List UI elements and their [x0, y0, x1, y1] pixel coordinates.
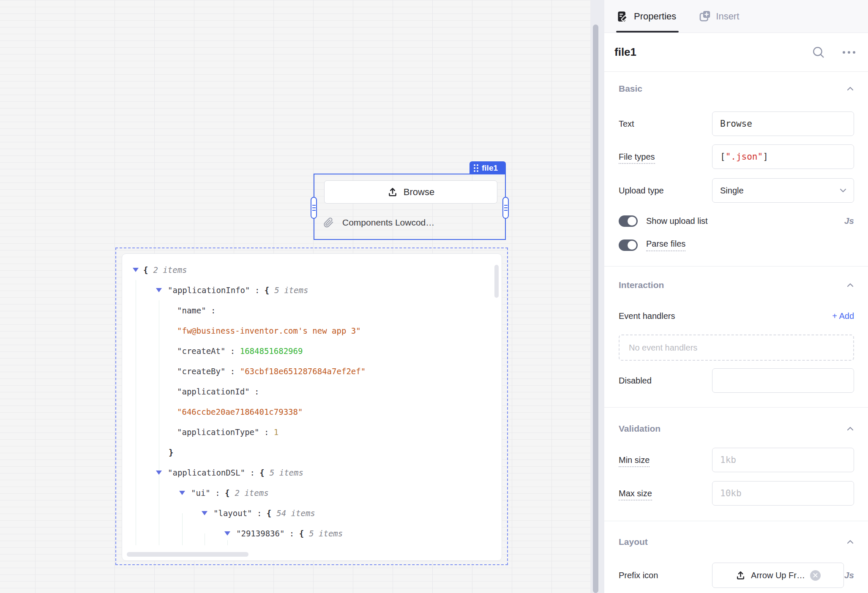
- uploaded-file-item[interactable]: Components Lowcod…: [323, 217, 434, 228]
- json-line: "646ccbe20ae7186401c79338": [122, 402, 502, 422]
- section-validation-header[interactable]: Validation: [619, 424, 854, 434]
- json-line: "applicationDSL" : {5 items: [122, 462, 502, 483]
- max-size-label: Max size: [619, 489, 712, 498]
- resize-handle-left[interactable]: [311, 197, 317, 219]
- chevron-up-icon[interactable]: [846, 282, 854, 288]
- canvas-scrollbar-thumb[interactable]: [593, 24, 598, 593]
- section-divider: [604, 521, 868, 521]
- chevron-up-icon[interactable]: [846, 539, 854, 545]
- section-divider: [604, 266, 868, 267]
- json-line: "ui" : {2 items: [122, 483, 502, 503]
- disabled-label: Disabled: [619, 376, 712, 386]
- resize-handle-right[interactable]: [502, 197, 509, 219]
- upload-icon: [735, 570, 746, 581]
- collapse-arrow-icon[interactable]: [202, 511, 207, 515]
- json-line: "29139836" : {5 items: [122, 523, 502, 544]
- prefix-icon-label: Prefix icon: [619, 571, 712, 580]
- prefix-icon-value: Arrow Up Fr…: [751, 571, 805, 580]
- js-code-icon[interactable]: Js: [844, 216, 854, 226]
- json-line: "applicationInfo" : {5 items: [122, 280, 502, 300]
- collapse-arrow-icon[interactable]: [224, 531, 230, 536]
- chevron-down-icon: [839, 188, 847, 193]
- json-line: {2 items: [122, 260, 502, 280]
- max-size-input[interactable]: 10kb: [712, 481, 854, 506]
- search-icon[interactable]: [811, 45, 826, 60]
- json-vertical-scrollbar[interactable]: [494, 265, 499, 298]
- no-event-handlers-box: No event handlers: [619, 335, 854, 361]
- upload-type-label: Upload type: [619, 186, 712, 196]
- text-label: Text: [619, 119, 712, 129]
- file-upload-widget[interactable]: file1 Browse Components Lowcod…: [314, 174, 506, 240]
- section-layout-title: Layout: [619, 537, 648, 547]
- section-interaction-title: Interaction: [619, 280, 664, 290]
- editor-canvas[interactable]: file1 Browse Components Lowcod…: [0, 0, 590, 593]
- tab-properties[interactable]: Properties: [616, 10, 676, 23]
- min-size-label: Min size: [619, 455, 712, 465]
- browse-button[interactable]: Browse: [324, 180, 497, 204]
- upload-icon: [387, 187, 398, 198]
- js-code-icon[interactable]: Js: [844, 570, 854, 580]
- properties-icon: [616, 10, 629, 23]
- uploaded-file-name: Components Lowcod…: [342, 218, 434, 228]
- tab-insert[interactable]: Insert: [698, 10, 739, 23]
- prefix-icon-button[interactable]: Arrow Up Fr…: [712, 563, 844, 588]
- chevron-up-icon[interactable]: [846, 426, 854, 432]
- file-types-label: File types: [619, 152, 712, 162]
- component-title: file1: [614, 46, 811, 59]
- parse-files-label: Parse files: [646, 239, 685, 251]
- canvas-scrollbar-track: [590, 0, 604, 593]
- disabled-input[interactable]: [712, 368, 854, 393]
- json-line: "fw@business-inventor.com's new app 3": [122, 321, 502, 341]
- min-size-input[interactable]: 1kb: [712, 448, 854, 472]
- widget-name-tag[interactable]: file1: [469, 161, 506, 174]
- section-divider: [604, 407, 868, 408]
- json-viewer-widget[interactable]: {2 items"applicationInfo" : {5 items"nam…: [115, 248, 508, 565]
- chevron-up-icon[interactable]: [846, 86, 854, 92]
- json-viewer-card: {2 items"applicationInfo" : {5 items"nam…: [122, 253, 502, 561]
- file-types-input[interactable]: [".json"]: [712, 144, 854, 169]
- drag-handle-icon[interactable]: [474, 164, 478, 172]
- insert-icon: [698, 10, 711, 23]
- section-layout-header[interactable]: Layout: [619, 537, 854, 547]
- panel-tabbar: Properties Insert: [604, 0, 868, 33]
- json-line: "applicationId" :: [122, 381, 502, 402]
- widget-name-label: file1: [482, 163, 498, 173]
- more-options-icon[interactable]: [843, 51, 855, 54]
- show-upload-list-label: Show upload list: [646, 216, 708, 226]
- json-line: "createBy" : "63cbf18e651287684a7ef2ef": [122, 361, 502, 381]
- parse-files-toggle[interactable]: [619, 239, 638, 251]
- collapse-arrow-icon[interactable]: [156, 471, 162, 475]
- json-line: "layout" : {54 items: [122, 503, 502, 523]
- event-handlers-label: Event handlers: [619, 311, 675, 321]
- active-tab-underline: [616, 31, 679, 33]
- json-line: "applicationType" : 1: [122, 422, 502, 442]
- text-input[interactable]: Browse: [712, 112, 854, 136]
- section-basic-title: Basic: [619, 84, 642, 94]
- section-interaction-header[interactable]: Interaction: [619, 280, 854, 290]
- json-line: "name" :: [122, 300, 502, 321]
- section-basic-header[interactable]: Basic: [619, 84, 854, 94]
- paperclip-icon: [323, 217, 334, 228]
- json-horizontal-scrollbar[interactable]: [127, 552, 248, 557]
- upload-type-select[interactable]: Single: [712, 178, 854, 203]
- browse-button-label: Browse: [404, 187, 434, 198]
- clear-icon[interactable]: [810, 570, 821, 581]
- collapse-arrow-icon[interactable]: [156, 288, 162, 292]
- collapse-arrow-icon[interactable]: [179, 491, 185, 495]
- add-event-handler-button[interactable]: + Add: [832, 311, 854, 321]
- json-line: }: [122, 442, 502, 462]
- section-validation-title: Validation: [619, 424, 661, 434]
- collapse-arrow-icon[interactable]: [133, 268, 139, 272]
- json-tree: {2 items"applicationInfo" : {5 items"nam…: [122, 260, 502, 544]
- tab-properties-label: Properties: [634, 11, 676, 22]
- json-line: "createAt" : 1684851682969: [122, 341, 502, 361]
- tab-insert-label: Insert: [716, 11, 739, 22]
- show-upload-list-toggle[interactable]: [619, 215, 638, 227]
- app-window: file1 Browse Components Lowcod…: [0, 0, 868, 593]
- panel-header: file1: [604, 33, 868, 72]
- properties-panel: Properties Insert file1: [604, 0, 868, 593]
